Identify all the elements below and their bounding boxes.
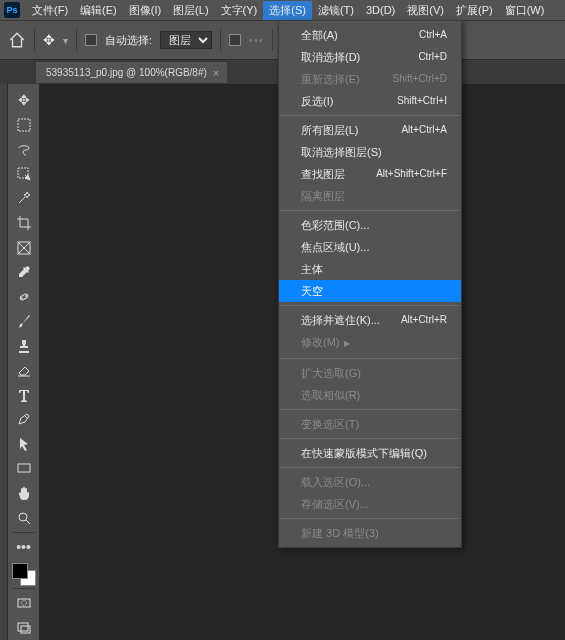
- separator: [272, 29, 273, 51]
- menu-separator: [280, 467, 460, 468]
- screen-mode-tool[interactable]: [10, 615, 38, 640]
- menu-type[interactable]: 文字(Y): [215, 1, 264, 20]
- menu-item: 选取相似(R): [279, 384, 461, 406]
- object-select-tool[interactable]: [10, 162, 38, 187]
- svg-rect-3: [19, 293, 28, 300]
- lasso-tool[interactable]: [10, 137, 38, 162]
- move-tool[interactable]: ✥: [10, 88, 38, 113]
- menu-separator: [280, 518, 460, 519]
- document-tab[interactable]: 53935113_p0.jpg @ 100%(RGB/8#) ×: [36, 62, 227, 83]
- menu-item[interactable]: 在快速蒙版模式下编辑(Q): [279, 442, 461, 464]
- move-tool-indicator: ✥: [43, 32, 55, 48]
- tab-title: 53935113_p0.jpg @ 100%(RGB/8#): [46, 67, 207, 78]
- menu-view[interactable]: 视图(V): [401, 1, 450, 20]
- stamp-tool[interactable]: [10, 333, 38, 358]
- svg-rect-6: [18, 464, 30, 472]
- menu-extensions[interactable]: 扩展(P): [450, 1, 499, 20]
- menu-item[interactable]: 天空: [279, 280, 461, 302]
- menu-item: 修改(M): [279, 331, 461, 355]
- close-tab-icon[interactable]: ×: [213, 67, 219, 79]
- svg-rect-8: [18, 599, 30, 607]
- svg-rect-10: [18, 623, 28, 631]
- hand-tool[interactable]: [10, 481, 38, 506]
- magic-wand-tool[interactable]: [10, 186, 38, 211]
- eyedropper-tool[interactable]: [10, 260, 38, 285]
- toolbar-separator: [13, 532, 35, 533]
- menu-item[interactable]: 取消选择图层(S): [279, 141, 461, 163]
- menu-item[interactable]: 选择并遮住(K)...Alt+Ctrl+R: [279, 309, 461, 331]
- home-icon[interactable]: [8, 31, 26, 49]
- menu-separator: [280, 115, 460, 116]
- left-strip: [0, 84, 8, 640]
- rectangle-tool[interactable]: [10, 456, 38, 481]
- menu-item: 存储选区(V)...: [279, 493, 461, 515]
- pen-tool[interactable]: [10, 407, 38, 432]
- menu-item: 新建 3D 模型(3): [279, 522, 461, 544]
- menu-item[interactable]: 主体: [279, 258, 461, 280]
- menu-separator: [280, 358, 460, 359]
- edit-toolbar[interactable]: •••: [10, 535, 38, 560]
- eraser-tool[interactable]: [10, 358, 38, 383]
- marquee-tool[interactable]: [10, 113, 38, 138]
- zoom-tool[interactable]: [10, 505, 38, 530]
- menu-window[interactable]: 窗口(W): [499, 1, 551, 20]
- foreground-color[interactable]: [12, 563, 28, 579]
- brush-tool[interactable]: [10, 309, 38, 334]
- tool-preset-dropdown[interactable]: ▾: [63, 35, 68, 46]
- menu-item[interactable]: 色彩范围(C)...: [279, 214, 461, 236]
- menu-item: 扩大选取(G): [279, 362, 461, 384]
- menu-item[interactable]: 所有图层(L)Alt+Ctrl+A: [279, 119, 461, 141]
- menu-separator: [280, 409, 460, 410]
- menu-edit[interactable]: 编辑(E): [74, 1, 123, 20]
- menu-separator: [280, 438, 460, 439]
- frame-tool[interactable]: [10, 235, 38, 260]
- menu-item: 变换选区(T): [279, 413, 461, 435]
- healing-tool[interactable]: [10, 284, 38, 309]
- menu-item[interactable]: 取消选择(D)Ctrl+D: [279, 46, 461, 68]
- menu-item[interactable]: 焦点区域(U)...: [279, 236, 461, 258]
- menu-item: 隔离图层: [279, 185, 461, 207]
- ps-logo: Ps: [4, 2, 20, 18]
- crop-tool[interactable]: [10, 211, 38, 236]
- menu-item: 重新选择(E)Shift+Ctrl+D: [279, 68, 461, 90]
- separator: [76, 29, 77, 51]
- svg-point-7: [19, 513, 27, 521]
- auto-select-label: 自动选择:: [105, 33, 152, 48]
- separator: [34, 29, 35, 51]
- menu-separator: [280, 305, 460, 306]
- menu-select[interactable]: 选择(S): [263, 1, 312, 20]
- menu-item[interactable]: 全部(A)Ctrl+A: [279, 24, 461, 46]
- type-tool[interactable]: [10, 383, 38, 408]
- svg-point-4: [21, 297, 22, 298]
- separator: [220, 29, 221, 51]
- menu-item: 载入选区(O)...: [279, 471, 461, 493]
- menu-item[interactable]: 查找图层Alt+Shift+Ctrl+F: [279, 163, 461, 185]
- color-swatch[interactable]: [12, 563, 36, 586]
- menu-filter[interactable]: 滤镜(T): [312, 1, 360, 20]
- svg-rect-0: [18, 119, 30, 131]
- svg-point-9: [21, 601, 26, 606]
- menu-separator: [280, 210, 460, 211]
- select-menu-dropdown: 全部(A)Ctrl+A取消选择(D)Ctrl+D重新选择(E)Shift+Ctr…: [278, 20, 462, 548]
- svg-rect-11: [21, 626, 30, 633]
- menu-3d[interactable]: 3D(D): [360, 2, 401, 18]
- svg-point-5: [25, 295, 26, 296]
- quick-mask-tool[interactable]: [10, 591, 38, 616]
- auto-select-checkbox[interactable]: [85, 34, 97, 46]
- menu-file[interactable]: 文件(F): [26, 1, 74, 20]
- toolbar-separator: [13, 588, 35, 589]
- auto-select-target[interactable]: 图层: [160, 31, 212, 49]
- menu-image[interactable]: 图像(I): [123, 1, 167, 20]
- path-select-tool[interactable]: [10, 432, 38, 457]
- menu-item[interactable]: 反选(I)Shift+Ctrl+I: [279, 90, 461, 112]
- toolbar: ✥ •••: [8, 84, 40, 640]
- show-transform-checkbox[interactable]: [229, 34, 241, 46]
- menu-layer[interactable]: 图层(L): [167, 1, 214, 20]
- more-options[interactable]: •••: [249, 34, 264, 46]
- menubar: Ps 文件(F) 编辑(E) 图像(I) 图层(L) 文字(Y) 选择(S) 滤…: [0, 0, 565, 20]
